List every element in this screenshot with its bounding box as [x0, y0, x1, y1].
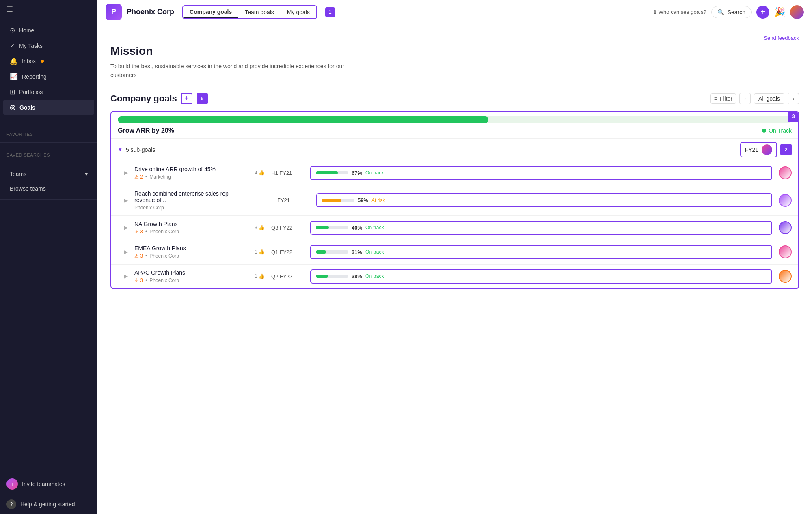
mini-progress-bar — [316, 226, 348, 229]
sub-goal-info: EMEA Growth Plans⚠ 3 • Phoenix Corp — [134, 245, 248, 259]
who-can-see-button[interactable]: ℹ Who can see goals? — [654, 9, 706, 15]
progress-bar-container — [118, 116, 792, 123]
sidebar-header: ☰ — [0, 0, 97, 19]
sub-goal-row: ▶Drive online ARR growth of 45%⚠ 2 • Mar… — [111, 161, 798, 185]
sidebar-nav: ⊙ Home ✓ My Tasks 🔔 Inbox 📈 Reporting ⊞ … — [0, 19, 97, 118]
top-bar-right: ℹ Who can see goals? 🔍 Search + 🎉 — [654, 5, 804, 19]
sub-goal-meta: ⚠ 3 • Phoenix Corp — [134, 253, 248, 259]
sub-goal-progress: 40%On track — [310, 221, 772, 235]
mini-progress-bar — [316, 275, 348, 278]
sub-goal-progress: 59%At risk — [316, 193, 772, 207]
sidebar-item-label: Inbox — [22, 58, 36, 65]
sub-goal-status: On track — [365, 249, 384, 255]
sub-goal-info: Reach combined enterprise sales rep reve… — [134, 190, 248, 211]
fy-label: FY21 — [745, 146, 758, 153]
sidebar-item-label: Portfolios — [19, 89, 43, 95]
sub-goal-avatar — [779, 194, 792, 207]
sub-goal-avatar — [779, 270, 792, 283]
sub-goal-title[interactable]: APAC Growth Plans — [134, 269, 248, 276]
sub-goal-row: ▶APAC Growth Plans⚠ 3 • Phoenix Corp1 👍Q… — [111, 265, 798, 288]
tab-my-goals[interactable]: My goals — [281, 6, 316, 18]
sub-goal-title[interactable]: EMEA Growth Plans — [134, 245, 248, 252]
grow-arr-row: Grow ARR by 20% On Track — [111, 123, 798, 138]
sub-goals-label: ▼ 5 sub-goals — [118, 146, 155, 153]
sidebar-divider-1 — [0, 122, 97, 122]
mini-progress-fill — [316, 275, 328, 278]
goals-card: 3 Grow ARR by 20% On Track ▼ 5 sub-g — [110, 111, 799, 289]
expand-icon[interactable]: ▶ — [124, 249, 128, 255]
sidebar-item-teams[interactable]: Teams ▾ — [3, 167, 94, 181]
expand-icon[interactable]: ▶ — [124, 273, 128, 279]
sub-goal-avatar — [779, 221, 792, 234]
all-goals-button[interactable]: All goals — [754, 93, 784, 104]
sidebar-item-home[interactable]: ⊙ Home — [3, 23, 94, 38]
sub-goal-info: NA Growth Plans⚠ 3 • Phoenix Corp — [134, 221, 248, 234]
saved-searches-section-label: Saved searches — [0, 146, 97, 160]
sub-goal-title[interactable]: Reach combined enterprise sales rep reve… — [134, 190, 248, 203]
sub-goal-avatar — [779, 166, 792, 179]
filter-button[interactable]: ≡ Filter — [710, 93, 736, 104]
tab-number-badge: 1 — [325, 7, 335, 17]
sub-goal-progress: 38%On track — [310, 269, 772, 284]
badge-2: 2 — [780, 144, 792, 155]
bell-icon: 🔔 — [10, 57, 18, 65]
add-goal-button[interactable]: + — [181, 93, 192, 104]
invite-teammates-item[interactable]: + Invite teammates — [0, 473, 97, 495]
sidebar-item-my-tasks[interactable]: ✓ My Tasks — [3, 38, 94, 53]
check-icon: ✓ — [10, 42, 15, 49]
warning-icon: ⚠ 3 — [134, 253, 143, 259]
sub-goal-status: At risk — [371, 198, 385, 203]
sub-goals-list: ▶Drive online ARR growth of 45%⚠ 2 • Mar… — [111, 161, 798, 288]
expand-icon[interactable]: ▶ — [124, 198, 128, 203]
sub-goal-title[interactable]: Drive online ARR growth of 45% — [134, 166, 248, 172]
goals-count-badge: 5 — [197, 93, 208, 104]
sub-goal-period: Q2 FY22 — [271, 273, 304, 280]
sub-goal-period: Q1 FY22 — [271, 249, 304, 255]
org-avatar: P — [106, 4, 122, 20]
main-goal-title[interactable]: Grow ARR by 20% — [118, 127, 174, 134]
search-placeholder: Search — [728, 9, 745, 15]
on-track-dot — [762, 129, 766, 133]
prev-arrow-button[interactable]: ‹ — [739, 93, 751, 104]
sub-goal-tag: Phoenix Corp — [149, 229, 179, 234]
sidebar-item-reporting[interactable]: 📈 Reporting — [3, 69, 94, 84]
progress-bar-fill — [118, 116, 488, 123]
sidebar: ☰ ⊙ Home ✓ My Tasks 🔔 Inbox 📈 Reporting … — [0, 0, 97, 514]
sub-goal-status: On track — [365, 273, 384, 279]
sub-goal-status: On track — [365, 225, 384, 230]
sidebar-item-portfolios[interactable]: ⊞ Portfolios — [3, 84, 94, 99]
likes-count: 1 👍 — [255, 249, 265, 255]
sub-goal-title[interactable]: NA Growth Plans — [134, 221, 248, 227]
browse-teams-label: Browse teams — [10, 185, 46, 192]
sidebar-item-browse-teams[interactable]: Browse teams — [3, 182, 94, 196]
sub-goal-progress: 31%On track — [310, 245, 772, 259]
sub-goals-row: ▼ 5 sub-goals FY21 2 — [111, 138, 798, 161]
next-arrow-button[interactable]: › — [788, 93, 799, 104]
sub-goal-pct: 59% — [358, 197, 368, 203]
mission-text: To build the best, sustainable services … — [110, 62, 370, 80]
notification-icon[interactable]: 🎉 — [774, 7, 785, 17]
inbox-notification-badge — [41, 60, 44, 63]
search-input[interactable]: 🔍 Search — [711, 6, 752, 18]
sidebar-item-goals[interactable]: ◎ Goals — [3, 100, 94, 115]
company-goals-header: Company goals + 5 ≡ Filter ‹ All goals › — [110, 93, 799, 104]
tab-company-goals[interactable]: Company goals — [183, 6, 238, 18]
tab-team-goals[interactable]: Team goals — [238, 6, 281, 18]
mission-section: Mission To build the best, sustainable s… — [110, 45, 799, 80]
sub-goal-tag: Marketing — [149, 174, 171, 180]
user-avatar[interactable] — [790, 5, 804, 19]
top-bar: P Phoenix Corp Company goals Team goals … — [97, 0, 812, 24]
sub-goal-row: ▶Reach combined enterprise sales rep rev… — [111, 185, 798, 216]
sidebar-item-inbox[interactable]: 🔔 Inbox — [3, 54, 94, 69]
expand-icon[interactable]: ▶ — [124, 225, 128, 230]
sidebar-toggle-button[interactable]: ☰ — [6, 5, 13, 14]
chevron-down-icon[interactable]: ▼ — [118, 147, 123, 153]
sidebar-bottom: + Invite teammates ? Help & getting star… — [0, 473, 97, 514]
sub-goals-count: 5 sub-goals — [126, 146, 155, 153]
sub-goal-info: Drive online ARR growth of 45%⚠ 2 • Mark… — [134, 166, 248, 180]
sidebar-divider-2 — [0, 142, 97, 143]
send-feedback-link[interactable]: Send feedback — [764, 35, 799, 41]
expand-icon[interactable]: ▶ — [124, 170, 128, 176]
help-getting-started-item[interactable]: ? Help & getting started — [0, 495, 97, 514]
add-button[interactable]: + — [756, 6, 769, 19]
